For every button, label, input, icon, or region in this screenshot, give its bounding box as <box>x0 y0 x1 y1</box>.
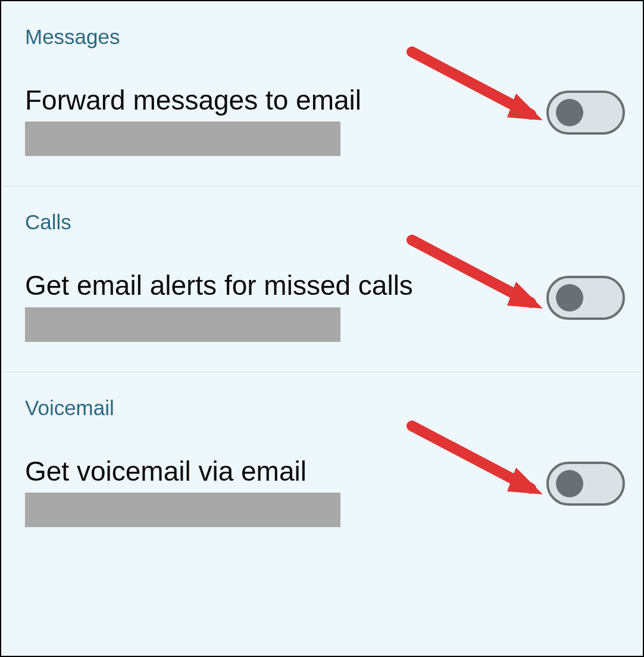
setting-row-email-alerts: Get email alerts for missed calls <box>25 271 625 341</box>
section-header-voicemail: Voicemail <box>25 396 625 420</box>
toggle-knob <box>556 470 583 497</box>
setting-title-forward-messages: Forward messages to email <box>25 86 534 114</box>
section-header-calls: Calls <box>25 210 625 234</box>
setting-text: Forward messages to email <box>25 86 534 156</box>
toggle-forward-messages[interactable] <box>546 91 625 135</box>
redacted-subtext <box>25 307 340 342</box>
toggle-voicemail-email[interactable] <box>546 462 625 506</box>
setting-row-voicemail-email: Get voicemail via email <box>25 457 625 527</box>
setting-title-voicemail-email: Get voicemail via email <box>25 457 534 485</box>
toggle-knob <box>556 284 583 312</box>
section-header-messages: Messages <box>25 25 625 49</box>
setting-text: Get voicemail via email <box>25 457 534 527</box>
toggle-email-alerts[interactable] <box>546 276 625 320</box>
section-messages: Messages Forward messages to email <box>1 1 643 186</box>
setting-text: Get email alerts for missed calls <box>25 271 534 341</box>
toggle-knob <box>556 99 583 126</box>
setting-row-forward-messages: Forward messages to email <box>25 86 625 156</box>
redacted-subtext <box>25 493 340 527</box>
setting-title-email-alerts: Get email alerts for missed calls <box>25 271 534 300</box>
redacted-subtext <box>25 122 340 156</box>
section-calls: Calls Get email alerts for missed calls <box>1 186 643 372</box>
settings-panel: Messages Forward messages to email Calls… <box>0 0 644 657</box>
section-voicemail: Voicemail Get voicemail via email <box>1 372 643 557</box>
